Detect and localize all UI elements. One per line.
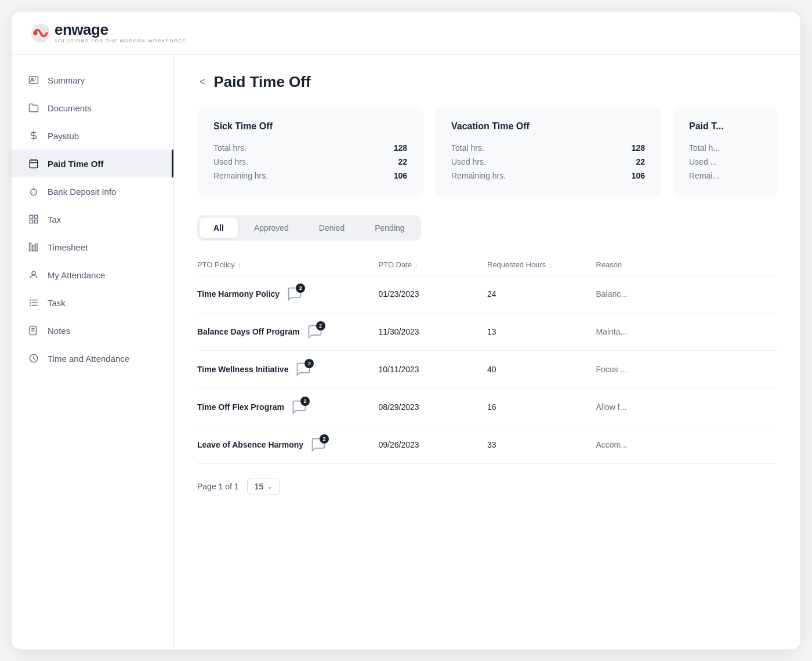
- paid-other-card-title: Paid T...: [689, 121, 761, 132]
- svg-point-18: [32, 271, 35, 275]
- cell-hours-1: 13: [487, 327, 596, 336]
- chat-badge-3[interactable]: 2: [290, 398, 309, 416]
- cell-date-2: 10/11/2023: [379, 365, 488, 374]
- sick-remaining-label: Remaining hrs.: [213, 171, 268, 180]
- logo-tagline: Solutions for the Modern Workforce: [55, 38, 186, 43]
- badge-count-0: 2: [296, 284, 305, 293]
- svg-rect-5: [30, 160, 38, 168]
- paid-other-total-row: Total h...: [689, 141, 761, 155]
- sidebar-item-paid-time-off[interactable]: Paid Time Off: [12, 150, 173, 177]
- sidebar-item-summary[interactable]: Summary: [12, 66, 173, 94]
- vacation-total-value: 128: [632, 143, 645, 152]
- svg-point-1: [33, 31, 37, 35]
- tab-denied[interactable]: Denied: [305, 217, 358, 238]
- sidebar-item-timesheet[interactable]: Timesheet: [12, 233, 173, 261]
- sidebar-label-documents: Documents: [48, 103, 92, 113]
- cell-date-3: 08/29/2023: [379, 402, 488, 412]
- per-page-value: 15: [255, 482, 264, 491]
- chat-badge-1[interactable]: 2: [306, 322, 324, 341]
- sidebar-item-documents[interactable]: Documents: [12, 94, 173, 122]
- vacation-remaining-row: Remaining hrs. 106: [451, 169, 645, 183]
- vacation-time-off-card: Vacation Time Off Total hrs. 128 Used hr…: [435, 107, 661, 197]
- main-layout: Summary Documents Paystub Paid Time Off: [12, 55, 800, 649]
- table-row[interactable]: Time Harmony Policy 2 01/23/2023 24 Bala…: [197, 275, 777, 313]
- chat-badge-0[interactable]: 2: [285, 285, 304, 303]
- sort-hours-icon[interactable]: ↓: [549, 262, 552, 268]
- pagination-label: Page 1 of 1: [197, 482, 239, 491]
- sidebar-item-my-attendance[interactable]: My Attendance: [12, 261, 173, 289]
- sidebar-label-notes: Notes: [48, 326, 70, 336]
- cell-policy-2: Time Wellness Initiative 2: [197, 360, 379, 379]
- table-row[interactable]: Time Wellness Initiative 2 10/11/2023 40…: [197, 351, 777, 388]
- sick-total-row: Total hrs. 128: [213, 141, 407, 155]
- chat-badge-2[interactable]: 2: [294, 360, 313, 379]
- logo-icon: [30, 23, 51, 43]
- badge-count-3: 2: [300, 397, 310, 406]
- table-row[interactable]: Time Off Flex Program 2 08/29/2023 16 Al…: [197, 388, 777, 426]
- sidebar-item-tax[interactable]: Tax: [12, 205, 173, 233]
- tab-all[interactable]: All: [200, 217, 238, 238]
- sidebar-label-timesheet: Timesheet: [48, 242, 88, 252]
- sick-used-label: Used hrs.: [213, 157, 248, 166]
- paid-other-remaining-row: Remai...: [689, 169, 761, 183]
- sort-policy-icon[interactable]: ↓: [238, 262, 241, 268]
- sidebar-item-time-attendance[interactable]: Time and Attendance: [12, 344, 173, 372]
- tab-approved[interactable]: Approved: [240, 217, 303, 238]
- per-page-select[interactable]: 15 ⌄: [247, 478, 281, 495]
- cell-hours-3: 16: [487, 402, 596, 412]
- cell-reason-1: Mainta...: [596, 327, 778, 336]
- cell-reason-2: Focus ...: [596, 365, 778, 374]
- cell-hours-4: 33: [487, 440, 596, 449]
- pto-cards-row: Sick Time Off Total hrs. 128 Used hrs. 2…: [197, 107, 777, 197]
- table-row[interactable]: Balance Days Off Program 2 11/30/2023 13…: [197, 313, 777, 351]
- chart-icon: [28, 241, 39, 253]
- table-row[interactable]: Leave of Absence Harmony 2 09/26/2023 33…: [197, 426, 777, 464]
- sidebar-label-time-attendance: Time and Attendance: [48, 354, 129, 364]
- sick-remaining-row: Remaining hrs. 106: [213, 169, 407, 183]
- main-content: < Paid Time Off Sick Time Off Total hrs.…: [174, 55, 800, 649]
- sidebar-label-attendance: My Attendance: [48, 270, 105, 280]
- chat-badge-4[interactable]: 2: [309, 435, 328, 454]
- svg-point-9: [31, 189, 37, 195]
- sick-card-title: Sick Time Off: [213, 121, 407, 132]
- svg-rect-11: [30, 215, 32, 218]
- svg-rect-14: [30, 220, 32, 223]
- sidebar-item-paystub[interactable]: Paystub: [12, 122, 173, 150]
- svg-rect-15: [30, 243, 31, 251]
- tabs-row: All Approved Denied Pending: [197, 215, 421, 241]
- sick-total-value: 128: [394, 143, 407, 152]
- user-icon: [28, 269, 39, 281]
- tab-pending[interactable]: Pending: [361, 217, 418, 238]
- badge-count-2: 2: [304, 359, 314, 368]
- cell-hours-2: 40: [487, 365, 596, 374]
- sidebar-label-paystub: Paystub: [48, 131, 79, 141]
- table-body: Time Harmony Policy 2 01/23/2023 24 Bala…: [197, 275, 777, 464]
- sick-remaining-value: 106: [394, 171, 407, 180]
- sidebar-item-task[interactable]: Task: [12, 289, 173, 317]
- th-reason: Reason: [596, 260, 778, 269]
- svg-point-3: [31, 78, 33, 80]
- cell-hours-0: 24: [487, 289, 596, 299]
- logo: enwage Solutions for the Modern Workforc…: [30, 22, 186, 43]
- vacation-card-title: Vacation Time Off: [451, 121, 645, 132]
- th-hours: Requested Hours ↓: [487, 260, 596, 269]
- cell-reason-3: Allow f...: [596, 402, 778, 412]
- dollar-icon: [28, 130, 39, 141]
- sort-date-icon[interactable]: ↓: [415, 262, 418, 268]
- cell-reason-4: Accom...: [596, 440, 778, 449]
- svg-rect-16: [32, 245, 34, 251]
- vacation-remaining-label: Remaining hrs.: [451, 171, 506, 180]
- money-bag-icon: [28, 186, 39, 197]
- cell-date-0: 01/23/2023: [379, 289, 488, 299]
- paid-other-card: Paid T... Total h... Used ... Remai...: [673, 107, 777, 197]
- paid-other-remaining-label: Remai...: [689, 171, 719, 180]
- list-icon: [28, 297, 39, 308]
- sidebar-item-bank-deposit[interactable]: Bank Deposit Info: [12, 177, 173, 205]
- back-button[interactable]: <: [197, 74, 208, 90]
- cell-date-1: 11/30/2023: [379, 327, 488, 336]
- svg-rect-2: [30, 77, 38, 83]
- sidebar-item-notes[interactable]: Notes: [12, 317, 173, 344]
- page-header: < Paid Time Off: [197, 73, 777, 91]
- cell-date-4: 09/26/2023: [379, 440, 488, 449]
- badge-count-4: 2: [320, 434, 329, 444]
